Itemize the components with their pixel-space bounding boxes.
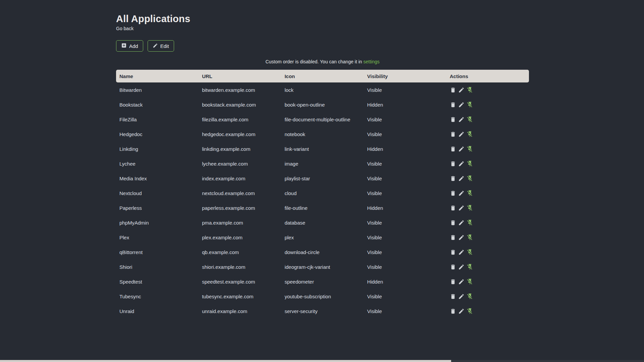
edit-row-button[interactable] <box>458 175 465 182</box>
pin-toggle-button[interactable] <box>467 86 473 93</box>
pin-toggle-button[interactable] <box>467 190 473 196</box>
pin-toggle-button[interactable] <box>467 263 473 270</box>
app-url-cell: pma.example.com <box>199 215 281 230</box>
app-name-cell: FileZilla <box>116 112 199 127</box>
go-back-link[interactable]: Go back <box>116 26 133 31</box>
edit-row-button[interactable] <box>458 220 465 226</box>
delete-button[interactable] <box>450 234 456 241</box>
edit-row-button[interactable] <box>458 102 465 108</box>
app-visibility-cell: Visible <box>364 156 446 171</box>
pin-off-icon <box>467 119 473 124</box>
horizontal-scrollbar[interactable] <box>0 360 644 362</box>
delete-button[interactable] <box>450 220 456 226</box>
edit-row-button[interactable] <box>458 279 465 285</box>
add-button[interactable]: Add <box>116 40 143 52</box>
app-name-cell: qBittorrent <box>116 245 199 259</box>
pencil-icon <box>458 222 465 227</box>
delete-button[interactable] <box>450 131 456 137</box>
pin-toggle-button[interactable] <box>467 234 473 241</box>
app-visibility-cell: Visible <box>364 245 446 259</box>
edit-row-button[interactable] <box>458 205 465 211</box>
edit-row-button[interactable] <box>458 249 465 255</box>
delete-button[interactable] <box>450 264 456 270</box>
column-header-visibility: Visibility <box>364 70 446 82</box>
horizontal-scrollbar-thumb[interactable] <box>0 360 451 362</box>
edit-row-button[interactable] <box>458 87 465 93</box>
pin-toggle-button[interactable] <box>467 278 473 285</box>
trash-icon <box>450 89 456 94</box>
delete-button[interactable] <box>450 205 456 211</box>
pencil-icon <box>458 296 465 301</box>
pin-toggle-button[interactable] <box>467 131 473 137</box>
pin-toggle-button[interactable] <box>467 145 473 152</box>
delete-button[interactable] <box>450 87 456 93</box>
app-icon-name-cell: youtube-subscription <box>281 289 364 304</box>
app-name-cell: Bitwarden <box>116 82 199 97</box>
pencil-icon <box>458 251 465 256</box>
delete-button[interactable] <box>450 146 456 152</box>
delete-button[interactable] <box>450 293 456 300</box>
pin-toggle-button[interactable] <box>467 175 473 182</box>
pencil-icon <box>153 43 158 49</box>
edit-row-button[interactable] <box>458 190 465 196</box>
pin-toggle-button[interactable] <box>467 293 473 300</box>
edit-button[interactable]: Edit <box>148 40 174 52</box>
pin-toggle-button[interactable] <box>467 160 473 167</box>
app-actions-cell <box>446 97 529 112</box>
edit-row-button[interactable] <box>458 308 465 314</box>
edit-row-button[interactable] <box>458 161 465 167</box>
pin-toggle-button[interactable] <box>467 101 473 108</box>
app-actions-cell <box>446 245 529 259</box>
edit-row-button[interactable] <box>458 131 465 137</box>
app-name-cell: Media Index <box>116 171 199 186</box>
pin-toggle-button[interactable] <box>467 308 473 314</box>
pin-off-icon <box>467 192 473 197</box>
pencil-icon <box>458 119 465 124</box>
table-header: NameURLIconVisibilityActions <box>116 70 529 82</box>
table-row: Tubesync tubesync.example.com youtube-su… <box>116 289 529 304</box>
pin-toggle-button[interactable] <box>467 219 473 226</box>
app-icon-name-cell: image <box>281 156 364 171</box>
app-url-cell: linkding.example.com <box>199 141 281 156</box>
edit-row-button[interactable] <box>458 293 465 300</box>
trash-icon <box>450 251 456 256</box>
pin-off-icon <box>467 133 473 138</box>
pencil-icon <box>458 237 465 242</box>
delete-button[interactable] <box>450 161 456 167</box>
app-name-cell: Unraid <box>116 304 199 318</box>
edit-row-button[interactable] <box>458 146 465 152</box>
delete-button[interactable] <box>450 102 456 108</box>
app-icon-name-cell: link-variant <box>281 141 364 156</box>
column-header-actions: Actions <box>446 70 529 82</box>
delete-button[interactable] <box>450 116 456 123</box>
edit-row-button[interactable] <box>458 264 465 270</box>
pin-toggle-button[interactable] <box>467 116 473 123</box>
table-header-row: NameURLIconVisibilityActions <box>116 70 529 82</box>
app-actions-cell <box>446 127 529 141</box>
delete-button[interactable] <box>450 308 456 314</box>
pin-off-icon <box>467 163 473 168</box>
delete-button[interactable] <box>450 190 456 196</box>
app-icon-name-cell: book-open-outline <box>281 97 364 112</box>
pin-toggle-button[interactable] <box>467 249 473 255</box>
page-title: All Applications <box>116 13 529 24</box>
app-url-cell: nextcloud.example.com <box>199 186 281 200</box>
edit-row-button[interactable] <box>458 234 465 241</box>
pin-off-icon <box>467 148 473 153</box>
app-url-cell: hedgedoc.example.com <box>199 127 281 141</box>
app-visibility-cell: Visible <box>364 304 446 318</box>
delete-button[interactable] <box>450 279 456 285</box>
delete-button[interactable] <box>450 249 456 255</box>
edit-row-button[interactable] <box>458 116 465 123</box>
settings-link[interactable]: settings <box>363 59 379 64</box>
app-url-cell: plex.example.com <box>199 230 281 245</box>
pin-toggle-button[interactable] <box>467 204 473 211</box>
app-actions-cell <box>446 82 529 97</box>
column-header-name: Name <box>116 70 199 82</box>
app-icon-name-cell: server-security <box>281 304 364 318</box>
delete-button[interactable] <box>450 175 456 182</box>
app-url-cell: unraid.example.com <box>199 304 281 318</box>
pencil-icon <box>458 178 465 183</box>
pencil-icon <box>458 133 465 138</box>
app-visibility-cell: Visible <box>364 230 446 245</box>
